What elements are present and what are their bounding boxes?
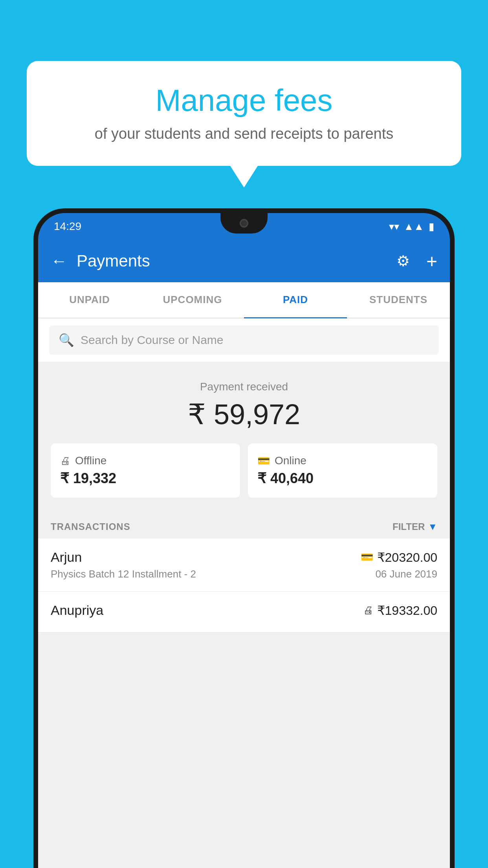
speech-bubble: Manage fees of your students and send re… bbox=[27, 61, 461, 166]
front-camera bbox=[240, 219, 248, 228]
transaction-bottom: Physics Batch 12 Installment - 2 06 June… bbox=[51, 568, 437, 580]
transaction-amount: ₹19332.00 bbox=[377, 603, 437, 618]
signal-icon: ▲▲ bbox=[404, 221, 424, 233]
online-label: Online bbox=[275, 454, 306, 467]
tab-students[interactable]: STUDENTS bbox=[347, 282, 450, 318]
table-row[interactable]: Anupriya 🖨 ₹19332.00 bbox=[38, 592, 450, 633]
filter-button[interactable]: FILTER ▼ bbox=[393, 521, 437, 532]
battery-icon: ▮ bbox=[429, 221, 434, 233]
online-amount: ₹ 40,640 bbox=[257, 470, 314, 487]
search-bar[interactable]: 🔍 Search by Course or Name bbox=[49, 326, 439, 355]
offline-icon: 🖨 bbox=[60, 455, 70, 467]
offline-label: Offline bbox=[75, 454, 106, 467]
speech-bubble-subtitle: of your students and send receipts to pa… bbox=[50, 125, 438, 142]
online-card: 💳 Online ₹ 40,640 bbox=[248, 443, 437, 498]
search-container: 🔍 Search by Course or Name bbox=[38, 318, 450, 362]
search-input[interactable]: Search by Course or Name bbox=[81, 333, 224, 347]
status-icons: ▾▾ ▲▲ ▮ bbox=[389, 221, 434, 233]
payment-received-label: Payment received bbox=[51, 381, 437, 393]
transaction-amount: ₹20320.00 bbox=[377, 550, 437, 565]
filter-label: FILTER bbox=[393, 521, 425, 532]
transactions-list: Arjun 💳 ₹20320.00 Physics Batch 12 Insta… bbox=[38, 539, 450, 633]
transaction-name: Arjun bbox=[51, 550, 82, 565]
status-time: 14:29 bbox=[54, 220, 81, 233]
settings-icon[interactable]: ⚙ bbox=[396, 252, 410, 270]
payment-cards: 🖨 Offline ₹ 19,332 💳 Online ₹ 40,640 bbox=[51, 443, 437, 498]
app-screen: ← Payments ⚙ + UNPAID UPCOMING PAID bbox=[38, 240, 450, 868]
back-button[interactable]: ← bbox=[51, 252, 67, 270]
transaction-desc: Physics Batch 12 Installment - 2 bbox=[51, 568, 196, 580]
transaction-date: 06 June 2019 bbox=[375, 568, 437, 580]
transaction-amount-wrapper: 💳 ₹20320.00 bbox=[361, 550, 437, 565]
filter-icon: ▼ bbox=[428, 521, 437, 532]
transactions-header: TRANSACTIONS FILTER ▼ bbox=[38, 510, 450, 539]
offline-payment-icon: 🖨 bbox=[363, 604, 373, 616]
transaction-name: Anupriya bbox=[51, 603, 103, 618]
speech-bubble-tail bbox=[230, 166, 258, 188]
phone-inner: 14:29 ▾▾ ▲▲ ▮ ← Payments ⚙ + bbox=[38, 213, 450, 868]
page-title: Payments bbox=[77, 252, 387, 270]
transaction-top: Arjun 💳 ₹20320.00 bbox=[51, 550, 437, 565]
offline-amount: ₹ 19,332 bbox=[60, 470, 116, 487]
search-icon: 🔍 bbox=[59, 333, 74, 348]
table-row[interactable]: Arjun 💳 ₹20320.00 Physics Batch 12 Insta… bbox=[38, 539, 450, 592]
tab-paid[interactable]: PAID bbox=[244, 282, 347, 318]
offline-card-header: 🖨 Offline bbox=[60, 454, 106, 467]
transaction-amount-wrapper: 🖨 ₹19332.00 bbox=[363, 603, 437, 618]
payment-summary: Payment received ₹ 59,972 🖨 Offline ₹ 19… bbox=[38, 362, 450, 510]
tab-unpaid[interactable]: UNPAID bbox=[38, 282, 141, 318]
online-payment-icon: 💳 bbox=[361, 551, 373, 563]
add-button[interactable]: + bbox=[426, 250, 437, 272]
transactions-label: TRANSACTIONS bbox=[51, 521, 130, 532]
app-header: ← Payments ⚙ + bbox=[38, 240, 450, 282]
speech-bubble-title: Manage fees bbox=[50, 83, 438, 118]
payment-total-amount: ₹ 59,972 bbox=[51, 398, 437, 431]
wifi-icon: ▾▾ bbox=[389, 221, 399, 233]
online-card-header: 💳 Online bbox=[257, 454, 306, 467]
phone-frame: 14:29 ▾▾ ▲▲ ▮ ← Payments ⚙ + bbox=[33, 208, 455, 868]
speech-bubble-container: Manage fees of your students and send re… bbox=[27, 61, 461, 188]
transaction-top: Anupriya 🖨 ₹19332.00 bbox=[51, 603, 437, 618]
phone-notch bbox=[220, 213, 268, 234]
tab-upcoming[interactable]: UPCOMING bbox=[141, 282, 244, 318]
offline-card: 🖨 Offline ₹ 19,332 bbox=[51, 443, 240, 498]
tabs-container: UNPAID UPCOMING PAID STUDENTS bbox=[38, 282, 450, 318]
online-icon: 💳 bbox=[257, 455, 270, 467]
